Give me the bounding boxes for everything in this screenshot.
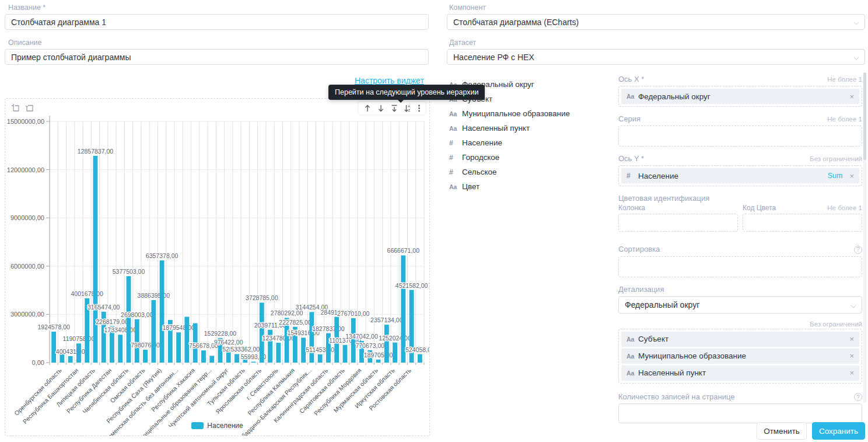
color-column-dropzone[interactable] [618, 214, 738, 232]
dataset-field-item[interactable]: #Городское [449, 150, 607, 165]
arrow-up-icon[interactable] [363, 104, 372, 113]
bar-value-label: 533362,00 [230, 346, 260, 353]
configure-widget-link[interactable]: Настроить виджет [355, 76, 424, 85]
bar-value-label: 5377503,00 [113, 268, 145, 275]
chip-label: Субъект [638, 335, 668, 343]
bar[interactable] [201, 350, 206, 363]
bar[interactable] [51, 332, 56, 363]
bar[interactable] [418, 354, 422, 363]
detailing-select[interactable]: Федеральный округ [618, 296, 862, 314]
series-dropzone[interactable] [618, 126, 862, 147]
config-panel: Ось X * Не более 1 AaФедеральный округ× … [618, 70, 862, 423]
dataset-field-item[interactable]: AaМуниципальное образование [449, 106, 607, 121]
text-field-icon: Aa [449, 110, 462, 117]
dataset-field-item[interactable]: #Население [449, 135, 607, 150]
next-hierarchy-level-icon[interactable] [390, 104, 398, 113]
bar[interactable] [127, 276, 131, 363]
number-field-icon: # [449, 154, 462, 162]
y-axis-tick-label: 3000000,00 [10, 311, 44, 318]
zoom-select-icon[interactable] [11, 103, 20, 113]
field-chip[interactable]: #НаселениеSum× [621, 168, 859, 183]
color-code-label: Код Цвета [743, 204, 776, 212]
bar[interactable] [318, 354, 323, 363]
cancel-button[interactable]: Отменить [757, 422, 807, 440]
save-button[interactable]: Сохранить [812, 422, 865, 440]
bar[interactable] [309, 312, 314, 363]
remove-chip-icon[interactable]: × [849, 335, 854, 343]
y-axis-dropzone[interactable]: #НаселениеSum× [618, 165, 862, 186]
color-code-dropzone[interactable] [743, 214, 862, 232]
field-chip[interactable]: AaСубъект× [621, 332, 859, 347]
remove-chip-icon[interactable]: × [849, 351, 854, 360]
dataset-field-item[interactable]: AaЦвет [449, 179, 607, 194]
text-field-icon: Aa [626, 353, 638, 360]
field-chip[interactable]: AaФедеральный округ× [621, 89, 859, 104]
bar[interactable] [351, 318, 356, 363]
bar[interactable] [76, 343, 81, 363]
bar[interactable] [143, 350, 148, 363]
bar-value-label: 2698003,00 [121, 311, 153, 318]
arrow-down-icon[interactable] [377, 104, 385, 113]
svg-text:A: A [408, 105, 410, 108]
name-input[interactable] [5, 14, 429, 30]
chip-label: Население [638, 172, 678, 180]
kebab-menu-icon[interactable] [418, 104, 421, 113]
y-axis-limit-hint: Без ограничений [810, 155, 862, 162]
component-select-value: Столбчатая диаграмма (ECharts) [453, 18, 579, 27]
dataset-field-item[interactable]: AaНаселенный пункт [449, 121, 607, 135]
bar-value-label: 2357134,00 [370, 316, 403, 323]
dataset-field-label: Населенный пункт [462, 124, 530, 133]
bar[interactable] [118, 335, 123, 363]
field-chip[interactable]: AaМуниципальное образование× [621, 349, 859, 364]
y-axis-tick-label: 0,00 [32, 359, 44, 366]
aggregation-badge[interactable]: Sum [828, 172, 843, 180]
page-size-input[interactable] [618, 403, 862, 423]
series-limit-hint: Не более 1 [827, 116, 862, 123]
bar[interactable] [151, 300, 156, 363]
bar[interactable] [68, 356, 73, 363]
bar-value-label: 1190758,00 [63, 335, 95, 342]
component-select[interactable]: Столбчатая диаграмма (ECharts) [447, 14, 865, 30]
bar[interactable] [276, 343, 281, 363]
remove-chip-icon[interactable]: × [849, 172, 854, 180]
detailing-dropzone[interactable]: AaСубъект×AaМуниципальное образование×Aa… [618, 329, 862, 384]
x-axis-dropzone[interactable]: AaФедеральный округ× [618, 86, 862, 107]
bar[interactable] [209, 356, 214, 363]
bar[interactable] [260, 302, 264, 363]
text-field-icon: Aa [449, 183, 462, 190]
bar[interactable] [235, 354, 239, 363]
chip-label: Муниципальное образование [638, 351, 746, 360]
bar[interactable] [93, 156, 98, 363]
component-label: Компонент [449, 4, 486, 12]
bar[interactable] [343, 345, 348, 363]
text-field-icon: Aa [449, 125, 462, 132]
bar[interactable] [301, 337, 306, 363]
description-input[interactable] [5, 49, 429, 65]
bar[interactable] [184, 317, 189, 363]
chip-label: Населенный пункт [638, 368, 706, 377]
chart-legend[interactable]: Население [5, 422, 429, 430]
page-size-help-icon[interactable]: ? [854, 393, 862, 401]
config-scrollbar-thumb[interactable] [863, 72, 866, 160]
y-axis-tick-label: 9000000,00 [10, 214, 44, 221]
bar[interactable] [160, 260, 164, 363]
dataset-field-item[interactable]: #Сельское [449, 165, 607, 179]
config-scrollbar[interactable] [863, 72, 866, 403]
remove-chip-icon[interactable]: × [849, 92, 854, 101]
sorting-dropzone[interactable] [618, 256, 862, 277]
sort-az-icon[interactable]: A Z [404, 104, 412, 113]
bar[interactable] [251, 361, 256, 363]
text-field-icon: Aa [626, 370, 638, 377]
bar[interactable] [176, 332, 181, 363]
bar-value-label: 1879548,00 [162, 324, 195, 331]
bar[interactable] [384, 325, 389, 363]
field-chip[interactable]: AaНаселенный пункт× [621, 366, 859, 381]
sorting-help-icon[interactable]: ? [854, 246, 862, 254]
dataset-select[interactable]: Население РФ с НЕХ [447, 49, 865, 65]
bar[interactable] [393, 343, 397, 363]
bar[interactable] [135, 319, 139, 363]
bar[interactable] [376, 360, 381, 363]
x-axis-label: Ось X * [618, 75, 644, 83]
remove-chip-icon[interactable]: × [849, 368, 854, 377]
restore-icon[interactable] [25, 103, 34, 113]
